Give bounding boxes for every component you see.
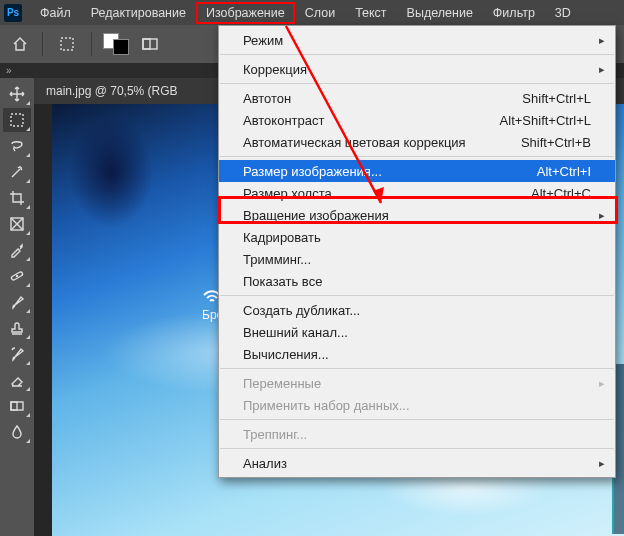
menu-item[interactable]: Создать дубликат...	[219, 299, 615, 321]
menu-item-label: Показать все	[243, 274, 322, 289]
menu-item-shortcut: Alt+Shift+Ctrl+L	[500, 113, 591, 128]
crop-icon	[9, 190, 25, 206]
menu-item[interactable]: Вращение изображения	[219, 204, 615, 226]
heal-tool[interactable]	[3, 264, 31, 288]
mask-icon	[142, 36, 158, 52]
menu-item[interactable]: АвтотонShift+Ctrl+L	[219, 87, 615, 109]
menu-item[interactable]: Тримминг...	[219, 248, 615, 270]
menu-item-label: Переменные	[243, 376, 321, 391]
frame-icon	[9, 216, 25, 232]
menu-item[interactable]: Вычисления...	[219, 343, 615, 365]
home-icon	[12, 36, 28, 52]
swatches[interactable]	[102, 32, 130, 56]
app-logo: Ps	[4, 4, 22, 22]
mask-mode[interactable]	[136, 32, 164, 56]
move-tool[interactable]	[3, 82, 31, 106]
menu-item[interactable]: Кадрировать	[219, 226, 615, 248]
droplet-icon	[9, 424, 25, 440]
menu-item-label: Применить набор данных...	[243, 398, 410, 413]
menu-item-label: Треппинг...	[243, 427, 307, 442]
stamp-icon	[9, 320, 25, 336]
menu-item-label: Вычисления...	[243, 347, 329, 362]
menu-separator	[220, 368, 614, 369]
menu-item-shortcut: Shift+Ctrl+B	[521, 135, 591, 150]
svg-rect-0	[61, 38, 73, 50]
menu-item-label: Режим	[243, 33, 283, 48]
menu-separator	[220, 448, 614, 449]
history-brush-icon	[9, 346, 25, 362]
marquee-preset[interactable]	[53, 32, 81, 56]
image-menu-dropdown: РежимКоррекцияАвтотонShift+Ctrl+LАвтокон…	[218, 25, 616, 478]
menu-слои[interactable]: Слои	[295, 2, 345, 24]
menu-item-label: Кадрировать	[243, 230, 321, 245]
menu-item[interactable]: АвтоконтрастAlt+Shift+Ctrl+L	[219, 109, 615, 131]
menu-item-shortcut: Alt+Ctrl+I	[537, 164, 591, 179]
bandaid-icon	[9, 268, 25, 284]
menu-item-label: Размер холста...	[243, 186, 343, 201]
menu-separator	[220, 419, 614, 420]
menu-редактирование[interactable]: Редактирование	[81, 2, 196, 24]
lasso-icon	[9, 138, 25, 154]
menu-item[interactable]: Размер изображения...Alt+Ctrl+I	[219, 160, 615, 182]
move-icon	[9, 86, 25, 102]
menu-фильтр[interactable]: Фильтр	[483, 2, 545, 24]
marquee-icon	[9, 112, 25, 128]
menu-item-label: Размер изображения...	[243, 164, 382, 179]
menu-item-label: Автотон	[243, 91, 291, 106]
menu-3d[interactable]: 3D	[545, 2, 581, 24]
gradient-tool[interactable]	[3, 394, 31, 418]
eyedropper-tool[interactable]	[3, 238, 31, 262]
menu-item[interactable]: Размер холста...Alt+Ctrl+C	[219, 182, 615, 204]
eraser-icon	[9, 372, 25, 388]
svg-rect-3	[11, 114, 23, 126]
menu-separator	[220, 54, 614, 55]
menu-item-label: Анализ	[243, 456, 287, 471]
brush-icon	[9, 294, 25, 310]
menu-item[interactable]: Показать все	[219, 270, 615, 292]
menu-текст[interactable]: Текст	[345, 2, 396, 24]
menu-item-label: Коррекция	[243, 62, 307, 77]
menu-файл[interactable]: Файл	[30, 2, 81, 24]
gradient-icon	[9, 398, 25, 414]
wand-icon	[9, 164, 25, 180]
svg-point-8	[17, 276, 18, 277]
eraser-tool[interactable]	[3, 368, 31, 392]
svg-rect-2	[143, 39, 150, 49]
menu-item-label: Тримминг...	[243, 252, 311, 267]
frame-tool[interactable]	[3, 212, 31, 236]
menu-выделение[interactable]: Выделение	[397, 2, 483, 24]
home-button[interactable]	[8, 32, 32, 56]
history-brush-tool[interactable]	[3, 342, 31, 366]
document-title: main.jpg @ 70,5% (RGB	[46, 84, 178, 98]
menu-изображение[interactable]: Изображение	[196, 2, 295, 24]
marquee-tool[interactable]	[3, 108, 31, 132]
brush-tool[interactable]	[3, 290, 31, 314]
menu-separator	[220, 156, 614, 157]
menu-item: Переменные	[219, 372, 615, 394]
menu-item-shortcut: Shift+Ctrl+L	[522, 91, 591, 106]
tools-panel	[0, 78, 34, 536]
separator	[91, 32, 92, 56]
menu-item-label: Создать дубликат...	[243, 303, 360, 318]
crop-tool[interactable]	[3, 186, 31, 210]
menu-item-label: Автоконтраст	[243, 113, 324, 128]
menu-item[interactable]: Коррекция	[219, 58, 615, 80]
menubar: Ps ФайлРедактированиеИзображениеСлоиТекс…	[0, 0, 624, 25]
menu-item[interactable]: Режим	[219, 29, 615, 51]
menu-item-label: Автоматическая цветовая коррекция	[243, 135, 466, 150]
menu-item-label: Внешний канал...	[243, 325, 348, 340]
menu-item[interactable]: Автоматическая цветовая коррекцияShift+C…	[219, 131, 615, 153]
fg-bg-swatch	[103, 33, 129, 55]
separator	[42, 32, 43, 56]
blur-tool[interactable]	[3, 420, 31, 444]
menu-item[interactable]: Внешний канал...	[219, 321, 615, 343]
menu-item-shortcut: Alt+Ctrl+C	[531, 186, 591, 201]
stamp-tool[interactable]	[3, 316, 31, 340]
marquee-icon	[59, 36, 75, 52]
menu-separator	[220, 83, 614, 84]
menu-item: Применить набор данных...	[219, 394, 615, 416]
menu-item: Треппинг...	[219, 423, 615, 445]
lasso-tool[interactable]	[3, 134, 31, 158]
wand-tool[interactable]	[3, 160, 31, 184]
menu-item[interactable]: Анализ	[219, 452, 615, 474]
